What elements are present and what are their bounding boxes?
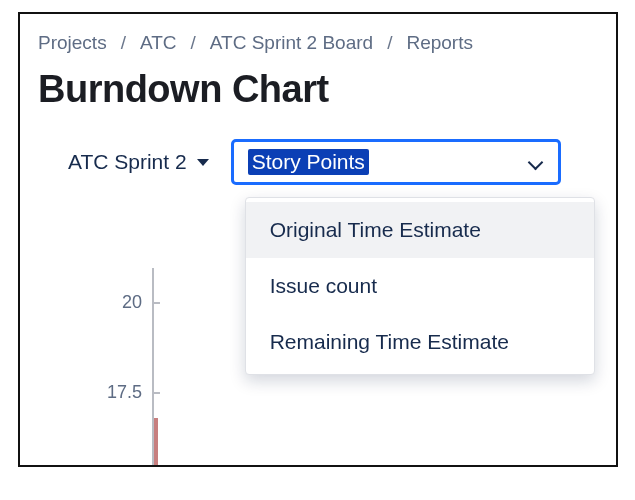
breadcrumb-separator: / (387, 32, 392, 54)
metric-dropdown: Original Time Estimate Issue count Remai… (245, 197, 595, 375)
chevron-down-icon (528, 154, 544, 170)
y-tick-label: 17.5 (107, 382, 142, 403)
controls-row: ATC Sprint 2 Story Points Original Time … (38, 139, 598, 185)
y-tick: 20 (50, 292, 152, 312)
breadcrumb-item[interactable]: Projects (38, 32, 107, 54)
breadcrumb-separator: / (191, 32, 196, 54)
breadcrumb: Projects / ATC / ATC Sprint 2 Board / Re… (38, 32, 598, 54)
metric-select[interactable]: Story Points (231, 139, 561, 185)
y-tick: 17.5 (50, 382, 152, 402)
breadcrumb-item[interactable]: ATC Sprint 2 Board (210, 32, 373, 54)
guideline-segment (154, 418, 158, 467)
sprint-picker-label: ATC Sprint 2 (68, 150, 187, 174)
sprint-picker[interactable]: ATC Sprint 2 (68, 150, 209, 174)
caret-down-icon (197, 159, 209, 166)
metric-option[interactable]: Original Time Estimate (246, 202, 594, 258)
y-tick-mark (152, 302, 160, 304)
y-tick-mark (152, 392, 160, 394)
y-tick-label: 20 (122, 292, 142, 313)
breadcrumb-item[interactable]: Reports (406, 32, 473, 54)
breadcrumb-separator: / (121, 32, 126, 54)
breadcrumb-item[interactable]: ATC (140, 32, 177, 54)
metric-select-wrap: Story Points Original Time Estimate Issu… (231, 139, 561, 185)
page-title: Burndown Chart (38, 68, 598, 111)
metric-select-value: Story Points (248, 149, 369, 175)
metric-option[interactable]: Remaining Time Estimate (246, 314, 594, 370)
report-panel: Projects / ATC / ATC Sprint 2 Board / Re… (18, 12, 618, 467)
metric-option[interactable]: Issue count (246, 258, 594, 314)
